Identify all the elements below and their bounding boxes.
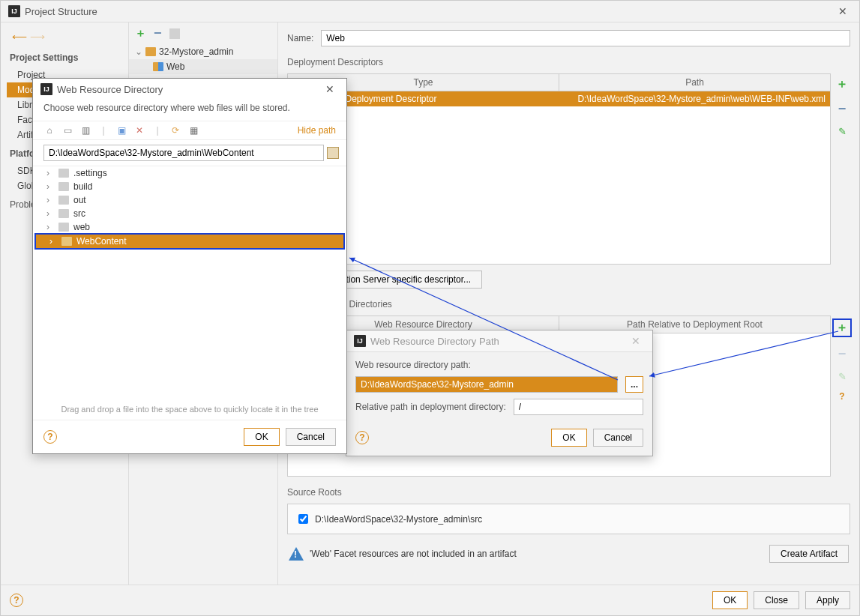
col-path: Path [559,74,830,91]
tree-node[interactable]: ›out [33,193,346,207]
source-roots-box: D:\IdeaWordSpace\32-Mystore_admin\src [287,504,850,534]
folder-icon [58,209,69,218]
dlg1-title: Web Resource Directory [57,84,321,95]
dialog-webres-path: IJ Web Resource Directory Path ✕ Web res… [346,330,653,456]
tree-module-root[interactable]: ⌄ 32-Mystore_admin [129,44,277,59]
dlg2-browse-button[interactable]: ... [625,376,643,393]
facet-name: Web [166,61,184,72]
dlg1-hint: Drag and drop a file into the space abov… [33,399,346,420]
module-name: 32-Mystore_admin [159,46,233,57]
descriptor-add-icon[interactable]: ＋ [836,76,848,92]
dlg1-help-icon[interactable]: ? [43,430,57,444]
add-module-icon[interactable]: ＋ [135,26,146,40]
source-root-check[interactable] [298,514,308,524]
webres-add-icon[interactable]: ＋ [832,318,852,337]
dlg2-close-icon[interactable]: ✕ [627,335,645,347]
window-title: Project Structure [25,6,834,17]
tree-node[interactable]: ›build [33,180,346,193]
close-icon[interactable]: ✕ [834,5,852,17]
dlg1-path-input[interactable] [43,145,324,161]
warning-icon [289,547,304,561]
source-roots-title: Source Roots [287,483,850,498]
warning-text: 'Web' Facet resources are not included i… [310,549,517,559]
create-artifact-button[interactable]: Create Artifact [769,545,849,563]
source-root-checkbox[interactable]: D:\IdeaWordSpace\32-Mystore_admin\src [295,512,482,526]
dlg2-help-icon[interactable]: ? [355,431,369,444]
folder-icon [58,169,69,178]
web-resource-dirs-title: Web Resource Directories [287,295,850,309]
descriptor-path: D:\IdeaWordSpace\32-Mystore_admin\web\WE… [559,91,831,106]
dlg1-message: Choose web resource directory where web … [33,100,346,121]
descriptor-remove-icon[interactable]: − [838,101,847,117]
tree-node[interactable]: ›src [33,207,346,220]
dlg1-close-icon[interactable]: ✕ [321,83,339,95]
nav-back-icon[interactable]: ⟵ [13,30,26,43]
home-icon[interactable]: ⌂ [43,124,55,136]
webres-remove-icon: − [838,346,847,362]
deploy-descriptors-table: Type Path Web Module Deployment Descript… [287,73,831,265]
dlg2-title: Web Resource Directory Path [370,336,627,347]
descriptor-edit-icon[interactable]: ✎ [838,126,847,137]
main-apply-button[interactable]: Apply [805,591,850,609]
main-ok-button[interactable]: OK [712,591,748,609]
folder-icon [58,223,69,232]
clipboard-icon[interactable] [327,147,339,159]
copy-icon[interactable] [169,28,180,39]
show-hidden-icon[interactable]: ▦ [187,124,199,136]
intellij-icon: IJ [354,335,366,347]
tree-node[interactable]: ›.settings [33,166,346,180]
dlg2-ok-button[interactable]: OK [551,429,586,447]
folder-icon [58,196,69,205]
new-folder-icon[interactable]: ▣ [115,124,127,136]
name-label: Name: [287,33,313,43]
project-icon[interactable]: ▥ [79,124,91,136]
nav-forward-icon[interactable]: ⟶ [31,30,44,43]
intellij-icon: IJ [40,83,52,95]
dlg2-relative-label: Relative path in deployment directory: [355,402,506,412]
intellij-icon: IJ [8,5,20,17]
main-close-button[interactable]: Close [754,591,799,609]
dlg2-path-input[interactable]: D:\IdeaWordSpace\32-Mystore_admin [355,376,618,393]
remove-module-icon[interactable]: − [154,25,162,41]
main-titlebar: IJ Project Structure ✕ [1,1,859,22]
webres-edit-icon: ✎ [838,371,847,382]
deploy-descriptors-title: Deployment Descriptors [287,52,850,67]
caret-down-icon: ⌄ [135,46,142,57]
refresh-icon[interactable]: ⟳ [169,124,181,136]
hide-path-link[interactable]: Hide path [298,125,336,136]
tree-node-selected[interactable]: ›WebContent [34,233,345,250]
main-help-icon[interactable]: ? [10,594,23,607]
module-folder-icon [145,47,156,56]
dlg2-cancel-button[interactable]: Cancel [593,429,643,447]
dlg1-ok-button[interactable]: OK [244,428,279,446]
dialog-choose-directory: IJ Web Resource Directory ✕ Choose web r… [32,78,347,454]
folder-icon [58,182,69,191]
tree-node[interactable]: ›web [33,220,346,234]
web-facet-icon [153,62,163,71]
dlg1-cancel-button[interactable]: Cancel [286,428,336,446]
facet-name-input[interactable] [321,30,850,46]
dlg2-path-label: Web resource directory path: [355,360,643,370]
delete-icon[interactable]: ✕ [133,124,145,136]
tree-facet-web[interactable]: Web [129,59,277,74]
section-project-settings: Project Settings [7,46,128,67]
folder-icon [61,237,72,246]
webres-help-icon[interactable]: ? [839,391,844,402]
desktop-icon[interactable]: ▭ [61,124,73,136]
descriptor-row[interactable]: Web Module Deployment Descriptor D:\Idea… [288,91,830,106]
dlg2-relative-input[interactable] [514,399,643,415]
dlg1-tree: ›.settings ›build ›out ›src ›web ›WebCon… [33,166,346,399]
source-root-path: D:\IdeaWordSpace\32-Mystore_admin\src [315,514,482,525]
